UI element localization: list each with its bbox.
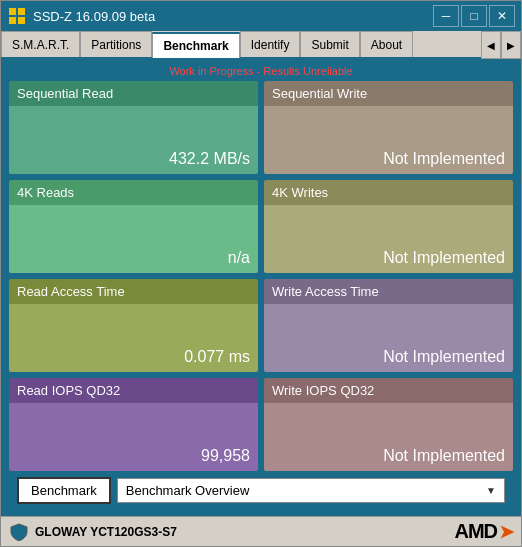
amd-arrow-icon: ➤ — [499, 522, 513, 542]
card-4k-read-value: n/a — [9, 205, 258, 273]
amd-logo: AMD➤ — [454, 520, 513, 543]
next-arrow[interactable]: ▶ — [501, 31, 521, 59]
title-bar: SSD-Z 16.09.09 beta ─ □ ✕ — [1, 1, 521, 31]
warning-bar: Work in Progress - Results Unreliable — [9, 63, 513, 81]
nav-arrows: ◀ ▶ — [481, 31, 521, 57]
card-4k-write-header: 4K Writes — [264, 180, 513, 205]
card-write-iops-value: Not Implemented — [264, 403, 513, 471]
card-write-access-value: Not Implemented — [264, 304, 513, 372]
tab-identify[interactable]: Identify — [240, 31, 301, 57]
card-read-iops-value: 99,958 — [9, 403, 258, 471]
card-write-iops: Write IOPS QD32 Not Implemented — [264, 378, 513, 471]
nav-tabs: S.M.A.R.T. Partitions Benchmark Identify… — [1, 31, 521, 59]
svg-rect-4 — [18, 17, 25, 24]
card-write-iops-header: Write IOPS QD32 — [264, 378, 513, 403]
card-write-access: Write Access Time Not Implemented — [264, 279, 513, 372]
minimize-button[interactable]: ─ — [433, 5, 459, 27]
card-read-access-header: Read Access Time — [9, 279, 258, 304]
card-4k-read: 4K Reads n/a — [9, 180, 258, 273]
svg-rect-2 — [18, 8, 25, 15]
benchmark-button[interactable]: Benchmark — [17, 477, 111, 504]
benchmark-grid: Sequential Read 432.2 MB/s Sequential Wr… — [9, 81, 513, 471]
window-controls: ─ □ ✕ — [433, 5, 515, 27]
card-4k-write-value: Not Implemented — [264, 205, 513, 273]
maximize-button[interactable]: □ — [461, 5, 487, 27]
chevron-down-icon: ▼ — [486, 485, 496, 496]
card-read-access: Read Access Time 0.077 ms — [9, 279, 258, 372]
svg-rect-1 — [9, 8, 16, 15]
prev-arrow[interactable]: ◀ — [481, 31, 501, 59]
card-seq-read-header: Sequential Read — [9, 81, 258, 106]
drive-label: GLOWAY YCT120GS3-S7 — [35, 525, 454, 539]
card-seq-read-value: 432.2 MB/s — [9, 106, 258, 174]
status-bar: GLOWAY YCT120GS3-S7 AMD➤ — [1, 516, 521, 546]
main-window: SSD-Z 16.09.09 beta ─ □ ✕ S.M.A.R.T. Par… — [0, 0, 522, 547]
svg-rect-3 — [9, 17, 16, 24]
benchmark-dropdown[interactable]: Benchmark Overview ▼ — [117, 478, 505, 503]
card-4k-read-header: 4K Reads — [9, 180, 258, 205]
tab-about[interactable]: About — [360, 31, 413, 57]
card-4k-write: 4K Writes Not Implemented — [264, 180, 513, 273]
card-sequential-write: Sequential Write Not Implemented — [264, 81, 513, 174]
card-seq-write-value: Not Implemented — [264, 106, 513, 174]
tab-partitions[interactable]: Partitions — [80, 31, 152, 57]
card-sequential-read: Sequential Read 432.2 MB/s — [9, 81, 258, 174]
close-button[interactable]: ✕ — [489, 5, 515, 27]
card-write-access-header: Write Access Time — [264, 279, 513, 304]
window-title: SSD-Z 16.09.09 beta — [33, 9, 433, 24]
dropdown-value: Benchmark Overview — [126, 483, 250, 498]
app-icon — [7, 6, 27, 26]
card-seq-write-header: Sequential Write — [264, 81, 513, 106]
card-read-iops-header: Read IOPS QD32 — [9, 378, 258, 403]
shield-icon — [9, 522, 29, 542]
tab-smart[interactable]: S.M.A.R.T. — [1, 31, 80, 57]
tab-submit[interactable]: Submit — [300, 31, 359, 57]
card-read-access-value: 0.077 ms — [9, 304, 258, 372]
content-area: Work in Progress - Results Unreliable Se… — [1, 59, 521, 516]
bottom-bar: Benchmark Benchmark Overview ▼ — [9, 471, 513, 510]
card-read-iops: Read IOPS QD32 99,958 — [9, 378, 258, 471]
tab-benchmark[interactable]: Benchmark — [152, 32, 239, 58]
